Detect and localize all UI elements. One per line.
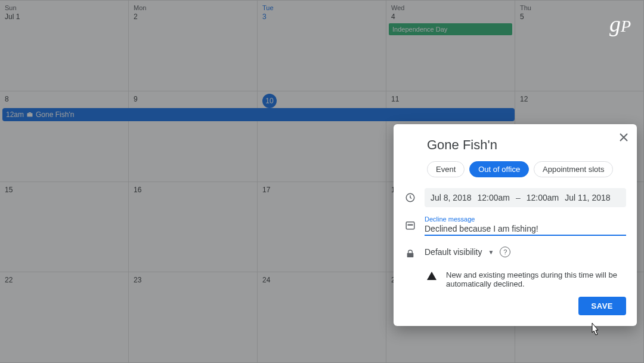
datetime-row: Jul 8, 2018 12:00am – 12:00am Jul 11, 20…: [404, 188, 626, 207]
lock-icon: [404, 248, 416, 260]
warning-icon: [427, 272, 436, 280]
datetime-field[interactable]: Jul 8, 2018 12:00am – 12:00am Jul 11, 20…: [425, 188, 626, 207]
warning-text: New and existing meetings during this ti…: [446, 270, 626, 288]
end-time[interactable]: 12:00am: [527, 193, 559, 202]
event-type-tabs: Event Out of office Appointment slots: [427, 161, 626, 177]
decline-label: Decline message: [425, 216, 626, 223]
decline-value[interactable]: Declined because I am fishing!: [425, 224, 626, 233]
decline-message-field[interactable]: Decline message Declined because I am fi…: [425, 216, 626, 236]
tab-appointment-slots[interactable]: Appointment slots: [534, 161, 613, 177]
visibility-row: Default visibility ▼ ?: [404, 244, 626, 260]
event-title[interactable]: Gone Fish'n: [427, 137, 626, 153]
tab-out-of-office[interactable]: Out of office: [469, 161, 529, 177]
save-button[interactable]: SAVE: [578, 297, 626, 315]
decline-row: Decline message Declined because I am fi…: [404, 216, 626, 236]
calendar-busy-icon: [404, 219, 416, 231]
end-date[interactable]: Jul 11, 2018: [565, 193, 610, 202]
start-date[interactable]: Jul 8, 2018: [431, 193, 472, 202]
help-icon[interactable]: ?: [500, 247, 510, 257]
event-dialog: Gone Fish'n Event Out of office Appointm…: [394, 124, 637, 326]
visibility-select[interactable]: Default visibility: [425, 247, 482, 257]
dash: –: [516, 193, 521, 202]
clock-icon: [404, 192, 416, 204]
auto-decline-warning: New and existing meetings during this ti…: [427, 270, 626, 288]
close-icon[interactable]: [617, 130, 631, 144]
site-logo: gP: [609, 11, 631, 37]
chevron-down-icon[interactable]: ▼: [488, 249, 494, 256]
svg-rect-2: [408, 224, 413, 226]
tab-event[interactable]: Event: [427, 161, 465, 177]
start-time[interactable]: 12:00am: [478, 193, 510, 202]
